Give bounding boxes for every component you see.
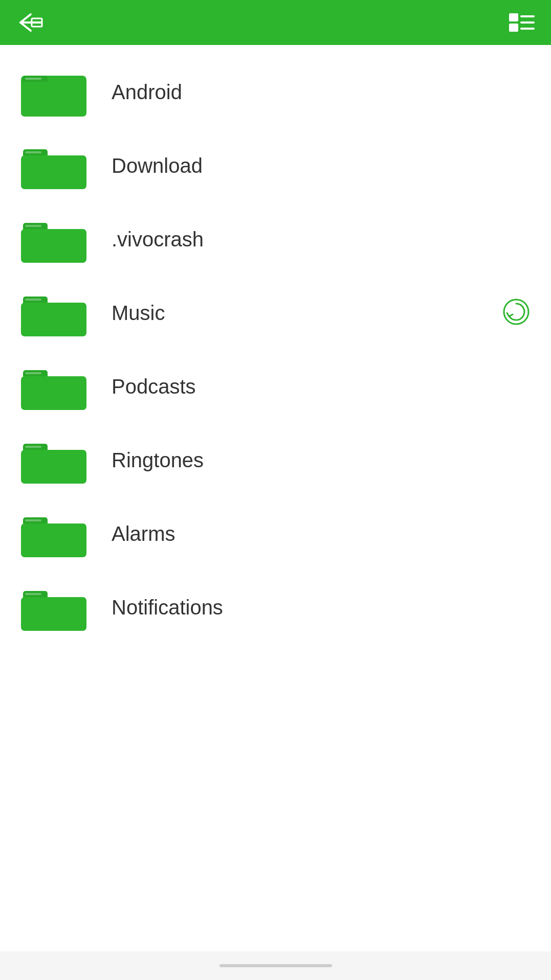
svg-rect-2 bbox=[509, 13, 518, 21]
list-item[interactable]: .vivocrash bbox=[0, 202, 551, 276]
folder-icon-vivocrash bbox=[20, 214, 87, 265]
svg-rect-15 bbox=[25, 151, 41, 153]
folder-icon-android bbox=[20, 66, 87, 118]
svg-rect-25 bbox=[25, 372, 41, 374]
list-item[interactable]: Music bbox=[0, 276, 551, 350]
folder-label: Podcasts bbox=[112, 375, 196, 398]
svg-rect-3 bbox=[509, 24, 518, 32]
home-indicator bbox=[219, 964, 332, 967]
svg-rect-24 bbox=[21, 376, 86, 410]
list-item[interactable]: Ringtones bbox=[0, 423, 551, 497]
folder-icon-music bbox=[20, 287, 87, 338]
refresh-button[interactable] bbox=[502, 298, 531, 328]
svg-rect-17 bbox=[21, 229, 86, 263]
svg-rect-31 bbox=[25, 519, 41, 521]
back-icon bbox=[16, 12, 43, 33]
list-item[interactable]: Notifications bbox=[0, 571, 551, 644]
folder-icon-podcasts bbox=[20, 361, 87, 412]
svg-rect-27 bbox=[21, 450, 86, 484]
grid-list-icon bbox=[508, 11, 535, 34]
svg-rect-20 bbox=[21, 303, 86, 336]
svg-rect-11 bbox=[21, 82, 86, 116]
folder-label: Alarms bbox=[112, 522, 175, 545]
view-toggle-button[interactable] bbox=[508, 11, 535, 34]
folder-label: Ringtones bbox=[112, 449, 204, 472]
list-item[interactable]: Android bbox=[0, 55, 551, 129]
svg-rect-12 bbox=[25, 78, 41, 80]
svg-rect-34 bbox=[25, 593, 41, 595]
folder-icon-alarms bbox=[20, 508, 87, 559]
folder-label: Music bbox=[112, 302, 165, 325]
svg-rect-33 bbox=[21, 597, 86, 631]
folder-icon-notifications bbox=[20, 582, 87, 633]
svg-rect-14 bbox=[21, 155, 86, 189]
svg-rect-28 bbox=[25, 446, 41, 448]
list-item[interactable]: Alarms bbox=[0, 497, 551, 571]
folder-label: Notifications bbox=[112, 596, 223, 619]
folder-icon-ringtones bbox=[20, 435, 87, 486]
folder-icon-download bbox=[20, 140, 87, 191]
bottom-nav-bar bbox=[0, 951, 551, 980]
toolbar bbox=[0, 0, 551, 45]
svg-rect-21 bbox=[25, 299, 41, 301]
folder-label: .vivocrash bbox=[112, 228, 204, 251]
list-item[interactable]: Download bbox=[0, 129, 551, 202]
folder-list: Android Download .vivocrash bbox=[0, 45, 551, 654]
svg-rect-18 bbox=[25, 225, 41, 227]
svg-rect-30 bbox=[21, 523, 86, 557]
folder-label: Download bbox=[112, 154, 203, 177]
list-item[interactable]: Podcasts bbox=[0, 350, 551, 423]
folder-label: Android bbox=[112, 81, 182, 104]
refresh-icon bbox=[502, 298, 531, 326]
back-button[interactable] bbox=[16, 12, 43, 33]
